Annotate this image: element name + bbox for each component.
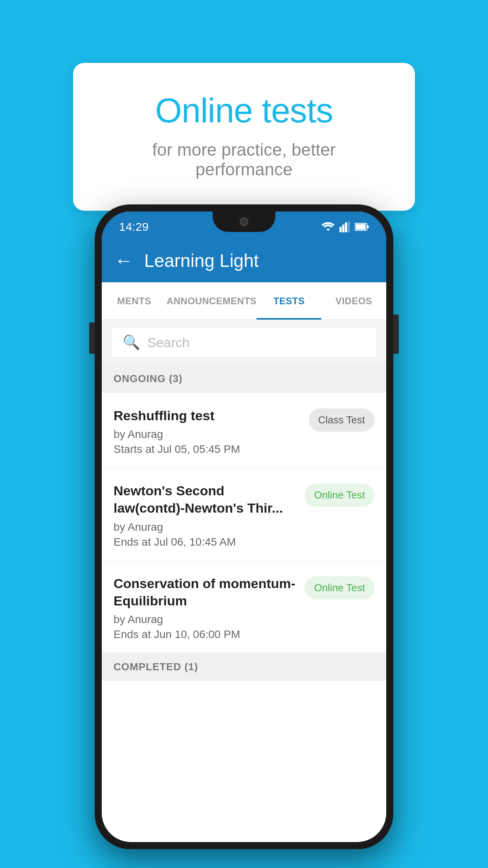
svg-rect-0: [339, 227, 342, 232]
speech-bubble-title: Online tests: [105, 90, 383, 131]
test-badge-3: Online Test: [305, 576, 374, 600]
test-badge-1: Class Test: [309, 408, 374, 432]
ongoing-label: ONGOING (3): [114, 373, 183, 384]
search-container: 🔍 Search: [102, 320, 386, 365]
ongoing-section-header: ONGOING (3): [102, 365, 386, 393]
speech-bubble-container: Online tests for more practice, better p…: [73, 63, 415, 211]
phone-notch: [213, 211, 275, 232]
app-bar: ← Learning Light: [102, 239, 386, 282]
svg-rect-2: [345, 223, 347, 232]
test-author-2: by Anurag: [114, 521, 297, 533]
test-info-1: Reshuffling test by Anurag Starts at Jul…: [114, 407, 309, 456]
search-placeholder: Search: [147, 335, 190, 350]
search-icon: 🔍: [123, 334, 140, 351]
test-author-1: by Anurag: [114, 428, 301, 441]
search-bar[interactable]: 🔍 Search: [111, 327, 377, 358]
app-title: Learning Light: [144, 250, 259, 271]
signal-icon: [339, 221, 351, 232]
svg-rect-5: [367, 225, 369, 228]
status-icons: [321, 221, 369, 232]
tab-ments[interactable]: MENTS: [102, 282, 167, 320]
svg-rect-3: [348, 221, 350, 232]
test-name-1: Reshuffling test: [114, 407, 301, 424]
phone-screen: 14:29: [102, 211, 386, 842]
completed-label: COMPLETED (1): [114, 661, 198, 673]
test-info-3: Conservation of momentum-Equilibrium by …: [114, 575, 305, 641]
phone-outer: 14:29: [95, 204, 393, 849]
tab-announcements[interactable]: ANNOUNCEMENTS: [167, 282, 257, 320]
test-badge-2: Online Test: [305, 484, 374, 507]
wifi-icon: [321, 221, 335, 232]
test-info-2: Newton's Second law(contd)-Newton's Thir…: [114, 482, 305, 548]
camera-icon: [240, 217, 248, 226]
tab-tests[interactable]: TESTS: [257, 282, 321, 320]
completed-section-header: COMPLETED (1): [102, 653, 386, 681]
test-item-3[interactable]: Conservation of momentum-Equilibrium by …: [102, 561, 386, 653]
svg-rect-1: [342, 224, 345, 232]
test-date-3: Ends at Jun 10, 06:00 PM: [114, 628, 297, 641]
back-button[interactable]: ←: [114, 251, 133, 270]
test-name-2: Newton's Second law(contd)-Newton's Thir…: [114, 482, 297, 517]
test-item-1[interactable]: Reshuffling test by Anurag Starts at Jul…: [102, 393, 386, 468]
test-item-2[interactable]: Newton's Second law(contd)-Newton's Thir…: [102, 468, 386, 560]
tab-bar: MENTS ANNOUNCEMENTS TESTS VIDEOS: [102, 282, 386, 320]
test-name-3: Conservation of momentum-Equilibrium: [114, 575, 297, 609]
tab-videos[interactable]: VIDEOS: [321, 282, 386, 320]
speech-bubble: Online tests for more practice, better p…: [73, 63, 415, 211]
test-date-2: Ends at Jul 06, 10:45 AM: [114, 536, 297, 548]
battery-icon: [355, 223, 369, 231]
phone-mockup: 14:29: [95, 204, 393, 849]
status-time: 14:29: [119, 220, 149, 234]
svg-rect-6: [356, 224, 366, 230]
test-date-1: Starts at Jul 05, 05:45 PM: [114, 443, 301, 456]
test-author-3: by Anurag: [114, 613, 297, 626]
speech-bubble-subtitle: for more practice, better performance: [105, 140, 383, 179]
test-list: Reshuffling test by Anurag Starts at Jul…: [102, 393, 386, 653]
